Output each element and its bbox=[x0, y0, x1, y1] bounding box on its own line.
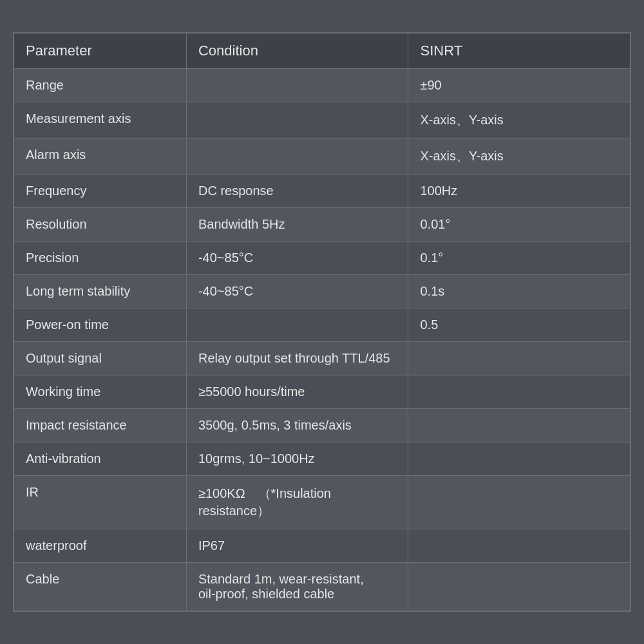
table-row: FrequencyDC response100Hz bbox=[14, 175, 630, 208]
cell-parameter: IR bbox=[14, 476, 187, 529]
cell-condition: -40~85°C bbox=[186, 275, 408, 308]
cell-condition: DC response bbox=[186, 175, 408, 208]
cell-condition: Bandwidth 5Hz bbox=[186, 208, 408, 242]
table-header-row: Parameter Condition SINRT bbox=[14, 33, 630, 69]
cell-value: ±90 bbox=[408, 69, 630, 102]
cell-value bbox=[408, 409, 630, 442]
header-condition: Condition bbox=[186, 33, 408, 69]
table-row: Measurement axisX-axis、Y-axis bbox=[14, 102, 630, 138]
cell-value: 0.1s bbox=[408, 275, 630, 308]
cell-parameter: Resolution bbox=[14, 208, 187, 242]
table-row: Working time≥55000 hours/time bbox=[14, 375, 630, 409]
cell-condition: -40~85°C bbox=[186, 242, 408, 275]
cell-condition: ≥100KΩ （*Insulation resistance） bbox=[186, 476, 408, 529]
cell-value: X-axis、Y-axis bbox=[408, 102, 630, 138]
cell-parameter: Precision bbox=[14, 242, 187, 275]
cell-value: 100Hz bbox=[408, 175, 630, 208]
cell-condition bbox=[186, 138, 408, 175]
table-row: Output signalRelay output set through TT… bbox=[14, 342, 630, 375]
cell-condition bbox=[186, 308, 408, 342]
cell-condition bbox=[186, 69, 408, 102]
cell-condition: ≥55000 hours/time bbox=[186, 375, 408, 409]
cell-parameter: Power-on time bbox=[14, 308, 187, 342]
cell-parameter: Impact resistance bbox=[14, 409, 187, 442]
table-row: Range±90 bbox=[14, 69, 630, 102]
cell-value: 0.5 bbox=[408, 308, 630, 342]
cell-value bbox=[408, 342, 630, 375]
cell-condition: 10grms, 10~1000Hz bbox=[186, 442, 408, 476]
cell-parameter: Range bbox=[14, 69, 187, 102]
cell-parameter: Cable bbox=[14, 563, 187, 611]
table-row: Alarm axisX-axis、Y-axis bbox=[14, 138, 630, 175]
cell-value: 0.1° bbox=[408, 242, 630, 275]
cell-parameter: Alarm axis bbox=[14, 138, 187, 175]
cell-parameter: Anti-vibration bbox=[14, 442, 187, 476]
cell-value: X-axis、Y-axis bbox=[408, 138, 630, 175]
cell-value bbox=[408, 375, 630, 409]
table-row: Long term stability-40~85°C0.1s bbox=[14, 275, 630, 308]
cell-condition bbox=[186, 102, 408, 138]
cell-parameter: Long term stability bbox=[14, 275, 187, 308]
cell-parameter: Measurement axis bbox=[14, 102, 187, 138]
cell-value bbox=[408, 476, 630, 529]
cell-parameter: Frequency bbox=[14, 175, 187, 208]
header-value: SINRT bbox=[408, 33, 630, 69]
table-row: Power-on time0.5 bbox=[14, 308, 630, 342]
table-row: Anti-vibration10grms, 10~1000Hz bbox=[14, 442, 630, 476]
table-row: Impact resistance3500g, 0.5ms, 3 times/a… bbox=[14, 409, 630, 442]
cell-condition: IP67 bbox=[186, 529, 408, 563]
table-row: Precision-40~85°C0.1° bbox=[14, 242, 630, 275]
cell-parameter: Output signal bbox=[14, 342, 187, 375]
cell-condition: Relay output set through TTL/485 bbox=[186, 342, 408, 375]
cell-condition: Standard 1m, wear-resistant,oil-proof, s… bbox=[186, 563, 408, 611]
table-row: CableStandard 1m, wear-resistant,oil-pro… bbox=[14, 563, 630, 611]
specs-table-container: Parameter Condition SINRT Range±90Measur… bbox=[13, 32, 631, 612]
cell-value bbox=[408, 529, 630, 563]
table-row: IR≥100KΩ （*Insulation resistance） bbox=[14, 476, 630, 529]
cell-condition: 3500g, 0.5ms, 3 times/axis bbox=[186, 409, 408, 442]
cell-parameter: waterproof bbox=[14, 529, 187, 563]
cell-value bbox=[408, 442, 630, 476]
specs-table: Parameter Condition SINRT Range±90Measur… bbox=[14, 33, 630, 611]
table-row: ResolutionBandwidth 5Hz0.01° bbox=[14, 208, 630, 242]
table-row: waterproofIP67 bbox=[14, 529, 630, 563]
cell-value bbox=[408, 563, 630, 611]
header-parameter: Parameter bbox=[14, 33, 187, 69]
cell-value: 0.01° bbox=[408, 208, 630, 242]
cell-parameter: Working time bbox=[14, 375, 187, 409]
